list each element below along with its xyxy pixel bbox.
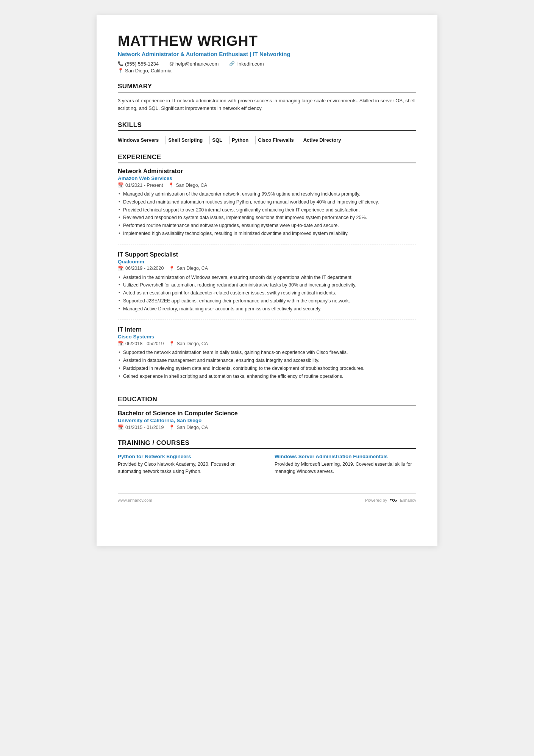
resume-page: MATTHEW WRIGHT Network Administrator & A… [97, 15, 437, 546]
job-bullet: Supported the network administration tea… [118, 349, 416, 356]
job-bullet: Assisted in the administration of Window… [118, 274, 416, 281]
job-location: San Diego, CA [176, 341, 208, 346]
phone-value: (555) 555-1234 [125, 61, 159, 67]
skill-item: Cisco Firewalls [258, 136, 301, 144]
contact-row-2: 📍 San Diego, California [118, 68, 416, 74]
linkedin-value: linkedin.com [236, 61, 264, 67]
education-heading: EDUCATION [118, 396, 416, 405]
skill-item: Python [232, 136, 256, 144]
job-bullet: Reviewed and responded to system data is… [118, 214, 416, 221]
job-location-item: 📍 San Diego, CA [169, 266, 208, 271]
job-bullet: Managed daily administration of the data… [118, 191, 416, 198]
powered-by-label: Powered by [365, 498, 387, 502]
job-bullet: Gained experience in shell scripting and… [118, 373, 416, 380]
job-dates-item: 📅 06/2018 - 05/2019 [118, 341, 164, 346]
location-icon: 📍 [168, 182, 174, 188]
edu-meta: 📅 01/2015 - 01/2019 📍 San Diego, CA [118, 424, 416, 430]
enhancv-logo [389, 498, 398, 503]
edu-location-icon: 📍 [169, 424, 175, 430]
job-bullets: Assisted in the administration of Window… [118, 274, 416, 313]
experience-list: Network AdministratorAmazon Web Services… [118, 168, 416, 387]
location-icon: 📍 [169, 266, 175, 271]
job-dates: 06/2018 - 05/2019 [125, 341, 164, 346]
phone-contact: 📞 (555) 555-1234 [118, 61, 159, 67]
job-dates-item: 📅 01/2021 - Present [118, 182, 163, 188]
training-item: Windows Server Administration Fundamenta… [275, 454, 416, 475]
phone-icon: 📞 [118, 61, 123, 66]
candidate-title: Network Administrator & Automation Enthu… [118, 51, 416, 57]
footer-website: www.enhancv.com [118, 498, 152, 502]
enhancv-logo-svg [389, 498, 398, 503]
job-meta: 📅 01/2021 - Present 📍 San Diego, CA [118, 182, 416, 188]
education-section: EDUCATION Bachelor of Science in Compute… [118, 396, 416, 430]
training-grid: Python for Network EngineersProvided by … [118, 454, 416, 475]
brand-name: Enhancv [400, 498, 416, 502]
link-icon: 🔗 [229, 61, 235, 66]
job-meta: 📅 06/2018 - 05/2019 📍 San Diego, CA [118, 341, 416, 346]
job-title: IT Support Specialist [118, 251, 416, 258]
job-bullet: Utilized Powershell for automation, redu… [118, 282, 416, 289]
job-title: IT Intern [118, 326, 416, 333]
job-bullets: Managed daily administration of the data… [118, 191, 416, 237]
job-bullet: Provided technical support to over 200 i… [118, 207, 416, 214]
footer-brand: Powered by Enhancv [365, 498, 416, 503]
skills-section: SKILLS Windows ServersShell ScriptingSQL… [118, 121, 416, 144]
summary-heading: SUMMARY [118, 83, 416, 92]
edu-location-item: 📍 San Diego, CA [169, 424, 208, 430]
summary-section: SUMMARY 3 years of experience in IT netw… [118, 83, 416, 112]
contact-row-1: 📞 (555) 555-1234 @ help@enhancv.com 🔗 li… [118, 61, 416, 67]
job-bullet: Participated in reviewing system data an… [118, 365, 416, 372]
job-meta: 📅 06/2019 - 12/2020 📍 San Diego, CA [118, 266, 416, 271]
skill-item: Shell Scripting [168, 136, 210, 144]
resume-footer: www.enhancv.com Powered by Enhancv [118, 493, 416, 503]
email-icon: @ [169, 61, 174, 66]
job-bullet: Acted as an escalation point for datacen… [118, 290, 416, 297]
training-item: Python for Network EngineersProvided by … [118, 454, 259, 475]
skill-item: Active Directory [303, 136, 348, 144]
experience-section: EXPERIENCE Network AdministratorAmazon W… [118, 153, 416, 387]
location-icon: 📍 [169, 341, 175, 346]
calendar-icon: 📅 [118, 182, 124, 188]
edu-dates: 01/2015 - 01/2019 [125, 425, 164, 430]
training-title: Windows Server Administration Fundamenta… [275, 454, 416, 459]
skill-item: Windows Servers [118, 136, 166, 144]
experience-block: IT Support SpecialistQualcomm 📅 06/2019 … [118, 251, 416, 320]
skills-heading: SKILLS [118, 121, 416, 131]
edu-dates-item: 📅 01/2015 - 01/2019 [118, 424, 164, 430]
email-value: help@enhancv.com [175, 61, 219, 67]
location-icon: 📍 [118, 68, 123, 73]
job-bullet: Supported J2SE/J2EE applications, enhanc… [118, 297, 416, 305]
linkedin-contact: 🔗 linkedin.com [229, 61, 264, 67]
job-dates-item: 📅 06/2019 - 12/2020 [118, 266, 164, 271]
job-company: Cisco Systems [118, 334, 416, 340]
header: MATTHEW WRIGHT Network Administrator & A… [118, 33, 416, 74]
calendar-icon: 📅 [118, 341, 124, 346]
job-bullet: Performed routine maintenance and softwa… [118, 222, 416, 229]
experience-block: IT InternCisco Systems 📅 06/2018 - 05/20… [118, 326, 416, 387]
job-title: Network Administrator [118, 168, 416, 175]
calendar-icon: 📅 [118, 424, 124, 430]
job-location-item: 📍 San Diego, CA [168, 182, 207, 188]
job-bullet: Developed and maintained automation rout… [118, 199, 416, 206]
edu-school: University of California, San Diego [118, 418, 416, 423]
job-bullet: Assisted in database management and main… [118, 357, 416, 364]
edu-location: San Diego, CA [176, 425, 208, 430]
job-bullets: Supported the network administration tea… [118, 349, 416, 380]
location-contact: 📍 San Diego, California [118, 68, 172, 74]
training-heading: TRAINING / COURSES [118, 439, 416, 449]
job-bullet: Managed Active Directory, maintaining us… [118, 305, 416, 313]
training-section: TRAINING / COURSES Python for Network En… [118, 439, 416, 475]
experience-heading: EXPERIENCE [118, 153, 416, 163]
location-value: San Diego, California [125, 68, 172, 74]
edu-degree: Bachelor of Science in Computer Science [118, 410, 416, 417]
job-dates: 06/2019 - 12/2020 [125, 266, 164, 271]
calendar-icon: 📅 [118, 266, 124, 271]
candidate-name: MATTHEW WRIGHT [118, 33, 416, 49]
training-desc: Provided by Cisco Network Academy, 2020.… [118, 461, 259, 475]
job-company: Qualcomm [118, 259, 416, 265]
job-location: San Diego, CA [176, 183, 207, 188]
experience-block: Network AdministratorAmazon Web Services… [118, 168, 416, 244]
email-contact: @ help@enhancv.com [169, 61, 219, 67]
skills-list: Windows ServersShell ScriptingSQLPythonC… [118, 136, 416, 144]
training-title: Python for Network Engineers [118, 454, 259, 459]
